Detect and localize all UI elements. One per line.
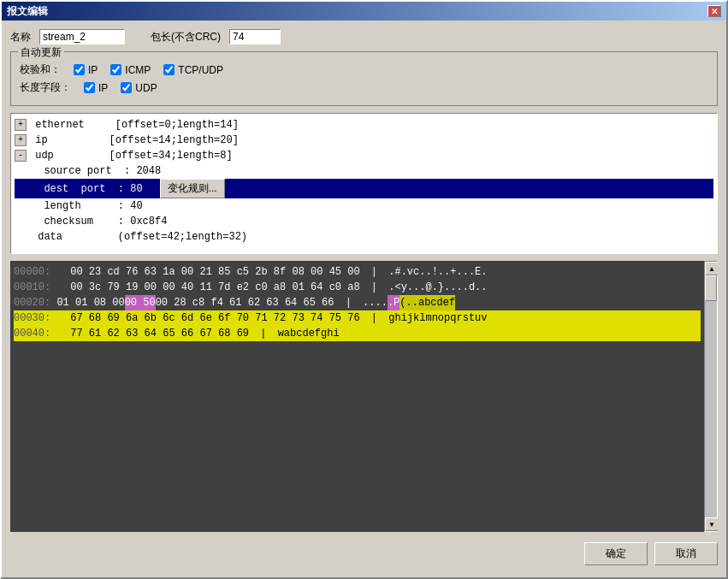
hex-ascii-3: ghijklmnopqrstuv [382, 310, 487, 326]
udp-node-text: udp [offset=34;length=8] [29, 148, 233, 163]
ok-button[interactable]: 确定 [584, 542, 648, 565]
hex-scroll-area[interactable]: 00000: 00 23 cd 76 63 1a 00 21 85 c5 2b … [10, 261, 704, 532]
title-bar: 报文编辑 ✕ [2, 2, 726, 21]
hex-bytes-2-suffix: 00 28 c8 f4 61 62 63 64 65 66 [156, 295, 334, 310]
hex-ascii-1: .<y...@.}....d.. [382, 280, 487, 295]
change-rule-btn-container: 变化规则... [151, 179, 225, 198]
length-text: length : 40 [32, 198, 143, 214]
title-bar-buttons: ✕ [707, 5, 721, 17]
checksum-row: 校验和： IP ICMP TCP/UDP [20, 62, 708, 77]
udp-expander[interactable]: - [15, 150, 27, 162]
packet-length-label: 包长(不含CRC) [151, 30, 221, 44]
ip-node-text: ip [offset=14;length=20] [29, 133, 239, 148]
tree-row-data[interactable]: data (offset=42;length=32) [15, 229, 713, 245]
tcpudp-checksum-checkbox[interactable] [163, 64, 175, 75]
hex-ascii-2: .... [357, 295, 388, 310]
hex-bytes-4: 77 61 62 63 64 65 66 67 68 69 [64, 326, 249, 341]
hex-row-1: 00010: 00 3c 79 19 00 00 40 11 7d e2 c0 … [14, 280, 701, 295]
udp-length-checkbox[interactable] [121, 82, 132, 93]
source-port-text: source port : 2048 [32, 163, 161, 179]
hex-offset-4: 00040: [14, 326, 61, 341]
scroll-down-button[interactable]: ▼ [705, 517, 718, 531]
tree-row-checksum[interactable]: checksum : 0xc8f4 [15, 214, 713, 229]
packet-length-input[interactable] [229, 29, 281, 44]
ethernet-node-text: ethernet [offset=0;length=14] [29, 117, 239, 133]
tcpudp-checksum-item: TCP/UDP [163, 64, 223, 76]
tree-row-udp[interactable]: - udp [offset=34;length=8] [15, 148, 713, 163]
dest-port-text: dest port : 80 [32, 181, 143, 197]
hex-row-3: 00030: 67 68 69 6a 6b 6c 6d 6e 6f 70 71 … [14, 310, 701, 326]
hex-sep-2: | [340, 295, 352, 310]
ip-expander[interactable]: + [15, 134, 27, 146]
tree-row-ethernet[interactable]: + ethernet [offset=0;length=14] [15, 117, 713, 133]
bottom-buttons: 确定 取消 [10, 539, 718, 569]
ip-length-label: IP [98, 82, 108, 94]
name-input[interactable] [39, 29, 125, 44]
scroll-track [705, 275, 717, 517]
hex-row-0: 00000: 00 23 cd 76 63 1a 00 21 85 c5 2b … [14, 264, 701, 280]
hex-row-2: 00020: 01 01 08 00 00 50 00 28 c8 f4 61 … [14, 295, 701, 310]
auto-update-title: 自动更新 [18, 45, 64, 60]
window-title: 报文编辑 [7, 4, 48, 19]
auto-update-group: 自动更新 校验和： IP ICMP TCP/UDP 长度字段： [10, 51, 718, 106]
hex-sep-1: | [365, 280, 377, 295]
hex-row-4: 00040: 77 61 62 63 64 65 66 67 68 69 | w… [14, 326, 701, 341]
tree-row-ip[interactable]: + ip [offset=14;length=20] [15, 133, 713, 148]
hex-ascii-2-p: .P [388, 295, 400, 310]
main-window: 报文编辑 ✕ 名称 包长(不含CRC) 自动更新 校验和： IP [0, 0, 728, 579]
ip-checksum-item: IP [74, 64, 98, 76]
udp-length-item: UDP [121, 82, 157, 94]
cancel-button[interactable]: 取消 [654, 542, 718, 565]
hex-offset-2-label: 00020: [14, 295, 50, 310]
window-content: 名称 包长(不含CRC) 自动更新 校验和： IP ICMP [2, 21, 726, 577]
scroll-thumb[interactable] [705, 275, 717, 301]
ip-checksum-checkbox[interactable] [74, 64, 85, 75]
length-row: 长度字段： IP UDP [20, 80, 708, 95]
protocol-tree: + ethernet [offset=0;length=14] + ip [of… [10, 113, 718, 254]
hex-ascii-0: .#.vc..!..+...E. [382, 264, 487, 280]
checksum-text: checksum : 0xc8f4 [32, 214, 167, 229]
icmp-checksum-item: ICMP [110, 64, 151, 76]
close-button[interactable]: ✕ [707, 5, 721, 17]
hex-offset-1: 00010: [14, 280, 61, 295]
icmp-checksum-label: ICMP [125, 64, 151, 76]
hex-bytes-2-prefix: 01 01 08 00 [50, 295, 124, 310]
ip-length-checkbox[interactable] [84, 82, 95, 93]
change-rule-button[interactable]: 变化规则... [160, 179, 225, 198]
tcpudp-checksum-label: TCP/UDP [178, 64, 223, 76]
hex-bytes-1: 00 3c 79 19 00 00 40 11 7d e2 c0 a8 01 6… [64, 280, 360, 295]
hex-offset-3: 00030: [14, 310, 61, 326]
name-label: 名称 [10, 30, 31, 44]
tree-row-dest-port[interactable]: dest port : 80 变化规则... [15, 179, 713, 198]
hex-sep-4: | [254, 326, 266, 341]
tree-row-source-port[interactable]: source port : 2048 [15, 163, 713, 179]
hex-sep-0: | [365, 264, 377, 280]
hex-container: 00000: 00 23 cd 76 63 1a 00 21 85 c5 2b … [10, 261, 718, 532]
hex-bytes-2-highlight: 00 50 [125, 295, 156, 310]
ip-length-item: IP [84, 82, 108, 94]
hex-bytes-0: 00 23 cd 76 63 1a 00 21 85 c5 2b 8f 08 0… [64, 264, 360, 280]
udp-length-label: UDP [135, 82, 157, 94]
hex-bytes-3: 67 68 69 6a 6b 6c 6d 6e 6f 70 71 72 73 7… [64, 310, 360, 326]
hex-sep-3: | [365, 310, 377, 326]
icmp-checksum-checkbox[interactable] [110, 64, 121, 75]
length-label: 长度字段： [20, 80, 71, 95]
scroll-up-button[interactable]: ▲ [705, 262, 718, 275]
hex-ascii-4: wabcdefghi [271, 326, 339, 341]
top-row: 名称 包长(不含CRC) [10, 29, 718, 44]
checksum-label: 校验和： [20, 62, 61, 77]
hex-offset-0: 00000: [14, 264, 61, 280]
hex-ascii-2-y: (..abcdef [400, 295, 455, 310]
ip-checksum-label: IP [88, 64, 98, 76]
ethernet-expander[interactable]: + [15, 119, 27, 131]
vertical-scrollbar[interactable]: ▲ ▼ [704, 261, 718, 532]
data-text: data (offset=42;length=32) [32, 229, 247, 245]
tree-row-length[interactable]: length : 40 [15, 198, 713, 214]
